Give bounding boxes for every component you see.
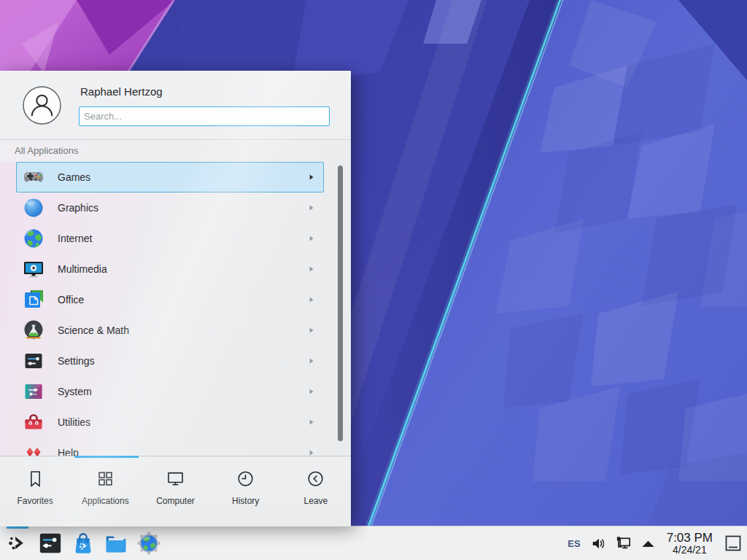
office-icon bbox=[22, 288, 45, 311]
discover-button[interactable] bbox=[69, 526, 97, 560]
desktop: Raphael Hertzog All Applications GamesGr… bbox=[0, 0, 747, 560]
submenu-arrow-icon bbox=[307, 235, 315, 243]
category-item-science-math[interactable]: Science & Math bbox=[16, 315, 324, 346]
category-label: Science & Math bbox=[58, 324, 129, 336]
science-icon bbox=[22, 319, 45, 342]
category-label: Multimedia bbox=[58, 263, 107, 275]
user-name: Raphael Hertzog bbox=[80, 85, 163, 98]
settings-icon bbox=[22, 349, 45, 373]
launcher-button[interactable] bbox=[4, 526, 31, 560]
clock-date: 4/24/21 bbox=[673, 545, 707, 556]
internet-icon bbox=[22, 227, 45, 250]
help-icon bbox=[22, 441, 45, 456]
tab-leave[interactable]: Leave bbox=[281, 456, 351, 526]
category-item-office[interactable]: Office bbox=[16, 284, 324, 315]
submenu-arrow-icon bbox=[307, 419, 315, 427]
category-item-internet[interactable]: Internet bbox=[16, 223, 324, 254]
volume-button[interactable] bbox=[589, 534, 608, 553]
section-label: All Applications bbox=[15, 145, 78, 156]
category-label: Utilities bbox=[58, 416, 90, 428]
category-item-games[interactable]: Games bbox=[16, 162, 324, 192]
keyboard-layout-indicator[interactable]: ES bbox=[565, 538, 582, 549]
computer-monitor-icon bbox=[166, 469, 185, 489]
expand-tray-button[interactable] bbox=[639, 534, 657, 553]
tab-bar: FavoritesApplicationsComputerHistoryLeav… bbox=[0, 456, 351, 526]
category-label: Help bbox=[58, 447, 79, 456]
active-tab-indicator bbox=[74, 456, 139, 458]
category-label: Settings bbox=[58, 355, 95, 367]
web-browser-button[interactable] bbox=[135, 526, 163, 560]
taskbar-pinned-apps bbox=[0, 526, 163, 560]
submenu-arrow-icon bbox=[307, 357, 315, 365]
tab-favorites[interactable]: Favorites bbox=[0, 456, 70, 526]
tab-label: Computer bbox=[156, 496, 195, 506]
category-label: System bbox=[58, 386, 92, 397]
tab-applications[interactable]: Applications bbox=[70, 456, 140, 526]
app-launcher-icon bbox=[7, 532, 29, 555]
submenu-arrow-icon bbox=[307, 174, 315, 182]
category-item-multimedia[interactable]: Multimedia bbox=[16, 254, 324, 284]
category-label: Internet bbox=[58, 233, 92, 244]
submenu-arrow-icon bbox=[307, 265, 315, 273]
category-item-settings[interactable]: Settings bbox=[16, 346, 324, 376]
tab-label: Leave bbox=[304, 496, 328, 506]
tab-label: Applications bbox=[82, 496, 129, 506]
user-avatar-icon[interactable] bbox=[23, 86, 61, 125]
favorites-bookmark-icon bbox=[26, 469, 45, 489]
games-icon bbox=[22, 166, 45, 189]
clock-widget[interactable]: 7:03 PM 4/24/21 bbox=[664, 531, 716, 556]
history-clock-icon bbox=[236, 469, 255, 489]
system-settings-button[interactable] bbox=[36, 526, 64, 560]
category-label: Graphics bbox=[58, 202, 98, 214]
category-item-system[interactable]: System bbox=[16, 376, 324, 407]
category-item-graphics[interactable]: Graphics bbox=[16, 192, 324, 223]
graphics-icon bbox=[22, 196, 45, 219]
submenu-arrow-icon bbox=[307, 327, 315, 335]
tab-label: Favorites bbox=[17, 496, 53, 506]
launcher-active-indicator bbox=[7, 526, 28, 529]
network-button[interactable] bbox=[614, 534, 632, 553]
utilities-icon bbox=[22, 411, 45, 434]
submenu-arrow-icon bbox=[307, 296, 315, 304]
category-list: GamesGraphicsInternetMultimediaOfficeSci… bbox=[0, 162, 351, 456]
system-tray: ES 7:03 PM 4/24/21 bbox=[565, 526, 747, 560]
submenu-arrow-icon bbox=[307, 449, 315, 456]
category-label: Games bbox=[58, 171, 90, 183]
category-label: Office bbox=[58, 294, 84, 306]
discover-icon bbox=[71, 531, 96, 556]
system-settings-icon bbox=[38, 531, 63, 556]
file-manager-icon bbox=[104, 531, 128, 556]
tab-computer[interactable]: Computer bbox=[140, 456, 210, 526]
search-input[interactable] bbox=[79, 106, 330, 126]
clock-time: 7:03 PM bbox=[667, 531, 713, 545]
show-desktop-button[interactable] bbox=[722, 526, 744, 560]
system-icon bbox=[22, 380, 45, 403]
applications-grid-icon bbox=[96, 469, 115, 489]
taskbar: ES 7:03 PM 4/24/21 bbox=[0, 526, 747, 560]
scrollbar-handle[interactable] bbox=[338, 166, 343, 441]
tab-label: History bbox=[232, 496, 259, 506]
leave-icon bbox=[306, 469, 325, 489]
application-launcher-menu: Raphael Hertzog All Applications GamesGr… bbox=[0, 71, 351, 526]
web-globe-icon bbox=[136, 531, 161, 556]
launcher-header: Raphael Hertzog bbox=[0, 71, 351, 140]
file-manager-button[interactable] bbox=[102, 526, 130, 560]
submenu-arrow-icon bbox=[307, 388, 315, 396]
submenu-arrow-icon bbox=[307, 204, 315, 212]
multimedia-icon bbox=[22, 257, 45, 281]
tab-history[interactable]: History bbox=[211, 456, 281, 526]
category-item-utilities[interactable]: Utilities bbox=[16, 407, 324, 438]
category-item-help[interactable]: Help bbox=[16, 438, 324, 456]
